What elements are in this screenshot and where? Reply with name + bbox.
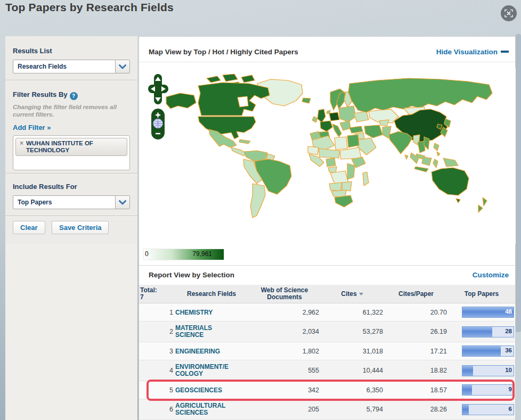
top-papers-value: 10 xyxy=(505,367,512,373)
top-papers-value: 48 xyxy=(505,308,512,315)
top-papers-bar: 48 xyxy=(462,307,514,318)
add-filter-link[interactable]: Add Filter » xyxy=(13,123,51,131)
top-papers-bar: 6 xyxy=(462,404,514,415)
x-icon[interactable]: × xyxy=(20,140,23,147)
clear-button[interactable]: Clear xyxy=(13,221,45,234)
rank-cell: 2 xyxy=(139,322,174,342)
table-row: 6 AGRICULTURAL SCIENCES 205 5,794 28.26 … xyxy=(139,399,515,420)
table-row: 5 GEOSCIENCES 342 6,350 18.57 9 xyxy=(139,381,515,399)
report-table: Total:7 Research Fields Web of Science D… xyxy=(139,285,515,420)
sort-desc-icon xyxy=(359,293,363,295)
rank-cell: 5 xyxy=(139,381,174,399)
filter-box: × WUHAN INSTITUTE OF TECHNOLOGY xyxy=(13,135,130,170)
docs-cell: 2,034 xyxy=(249,322,320,342)
table-row: 1 CHEMISTRY 2,962 61,322 20.70 48 xyxy=(139,303,515,322)
table-row: 4 ENVIRONMENT/ECOLOGY 555 10,444 18.82 1… xyxy=(139,360,515,381)
include-results-heading: Include Results For xyxy=(13,183,130,191)
expand-icon xyxy=(504,9,513,18)
filter-results-heading: Filter Results By xyxy=(13,90,68,98)
rank-cell: 4 xyxy=(139,360,174,381)
cites-cell: 10,444 xyxy=(320,360,384,381)
cites-cell: 61,322 xyxy=(320,303,384,322)
legend-max: 79,961 xyxy=(192,250,212,258)
scrollbar-thumb[interactable] xyxy=(516,34,521,332)
total-header: Total:7 xyxy=(139,285,174,303)
filter-note: Changing the filter field removes all cu… xyxy=(13,103,130,118)
top-papers-value: 36 xyxy=(505,347,512,353)
include-results-dropdown[interactable]: Top Papers xyxy=(13,195,130,209)
field-link[interactable]: ENVIRONMENT/ECOLOGY xyxy=(175,364,231,377)
map-view-title: Map View by Top / Hot / Highly Cited Pap… xyxy=(149,48,298,56)
docs-cell: 555 xyxy=(249,360,320,381)
results-list-selected: Research Fields xyxy=(13,63,115,70)
cites-cell: 53,278 xyxy=(320,322,384,342)
rank-cell: 1 xyxy=(139,303,174,322)
map-legend: 0 79,961 xyxy=(143,249,224,260)
question-icon[interactable]: ? xyxy=(70,92,78,100)
sidebar: Results List Research Fields Filter Resu… xyxy=(5,36,137,420)
column-header-top-papers[interactable]: Top Papers xyxy=(448,285,515,303)
table-row: 3 ENGINEERING 1,802 31,018 17.21 36 xyxy=(139,342,515,360)
filter-tag[interactable]: × WUHAN INSTITUTE OF TECHNOLOGY xyxy=(15,138,127,156)
map-zoom-control[interactable] xyxy=(151,109,165,139)
field-link[interactable]: ENGINEERING xyxy=(175,348,220,355)
world-map[interactable] xyxy=(143,68,516,244)
customize-link[interactable]: Customize xyxy=(473,271,509,279)
cites-cell: 31,018 xyxy=(320,342,384,360)
field-link[interactable]: CHEMISTRY xyxy=(175,309,213,316)
field-link[interactable]: MATERIALS SCIENCE xyxy=(175,325,231,339)
top-papers-bar: 9 xyxy=(462,384,514,396)
results-list-heading: Results List xyxy=(13,47,130,55)
top-papers-bar-fill xyxy=(462,327,492,337)
top-papers-value: 28 xyxy=(505,328,512,334)
column-header-research-fields[interactable]: Research Fields xyxy=(174,285,249,303)
docs-cell: 205 xyxy=(249,399,320,420)
cites-paper-cell: 28.26 xyxy=(384,399,448,420)
filter-tag-label: WUHAN INSTITUTE OF TECHNOLOGY xyxy=(26,140,123,154)
column-header-cites[interactable]: Cites xyxy=(320,285,384,303)
sidebar-filler xyxy=(5,244,137,420)
field-link[interactable]: AGRICULTURAL SCIENCES xyxy=(175,402,231,416)
report-view-title: Report View by Selection xyxy=(149,271,234,279)
top-papers-bar-fill xyxy=(462,346,501,356)
results-list-dropdown[interactable]: Research Fields xyxy=(13,60,130,73)
top-papers-bar: 36 xyxy=(462,345,514,357)
cites-paper-cell: 18.57 xyxy=(384,381,448,399)
docs-cell: 1,802 xyxy=(249,342,320,360)
chevron-down-icon xyxy=(115,196,129,209)
cites-paper-cell: 17.21 xyxy=(384,342,448,360)
rank-cell: 6 xyxy=(139,399,174,420)
hide-visualization-link[interactable]: Hide Visualization xyxy=(436,48,509,56)
field-link[interactable]: GEOSCIENCES xyxy=(175,387,222,394)
main-panel: Map View by Top / Hot / Highly Cited Pap… xyxy=(139,36,516,420)
chevron-down-icon xyxy=(115,60,129,73)
divider xyxy=(139,62,515,62)
column-header-cites-paper[interactable]: Cites/Paper xyxy=(384,285,448,303)
table-row: 2 MATERIALS SCIENCE 2,034 53,278 26.19 2… xyxy=(139,322,515,342)
fullscreen-button[interactable] xyxy=(501,5,517,21)
cites-paper-cell: 20.70 xyxy=(384,303,448,322)
legend-min: 0 xyxy=(145,250,149,258)
scrollbar-track[interactable] xyxy=(516,30,521,420)
include-results-selected: Top Papers xyxy=(13,199,115,206)
column-header-wos-documents[interactable]: Web of Science Documents xyxy=(249,285,320,303)
cites-paper-cell: 18.82 xyxy=(384,360,448,381)
cites-cell: 6,350 xyxy=(320,381,384,399)
top-papers-bar: 10 xyxy=(462,365,514,376)
top-papers-bar: 28 xyxy=(462,326,514,337)
top-papers-value: 9 xyxy=(509,386,512,392)
minus-icon xyxy=(501,51,509,53)
save-criteria-button[interactable]: Save Criteria xyxy=(52,221,109,234)
divider xyxy=(139,265,515,266)
top-papers-bar-fill xyxy=(462,366,473,376)
docs-cell: 2,962 xyxy=(249,303,320,322)
rank-cell: 3 xyxy=(139,342,174,360)
cites-cell: 5,794 xyxy=(320,399,384,420)
cites-paper-cell: 26.19 xyxy=(384,322,448,342)
page-title: Top Papers by Research Fields xyxy=(5,1,174,14)
top-papers-bar-fill xyxy=(462,405,469,415)
top-papers-bar-fill xyxy=(462,385,472,395)
top-papers-value: 6 xyxy=(509,406,512,412)
docs-cell: 342 xyxy=(249,381,320,399)
